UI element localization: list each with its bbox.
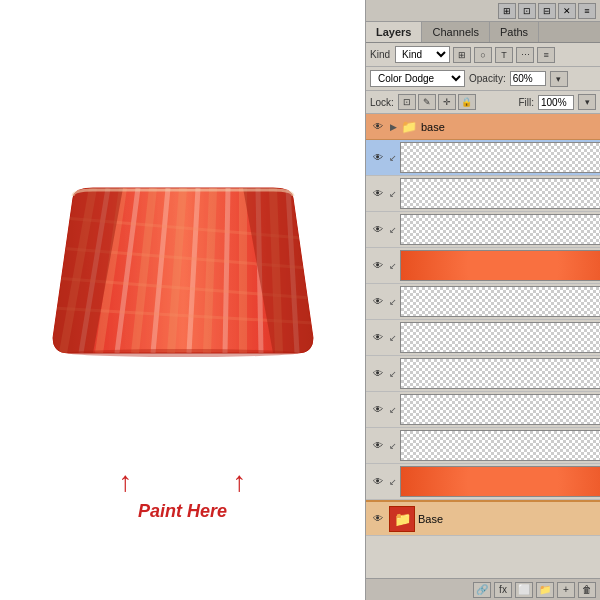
layer-row-cnt-spot[interactable]: 👁 ↙ cnt_spot [366, 428, 600, 464]
lock-fill-row: Lock: ⊡ ✎ ✛ 🔒 Fill: ▾ [366, 91, 600, 114]
layer-row-base-lgt[interactable]: 👁 ↙ base_lgt [366, 464, 600, 500]
layer-row-second-sub[interactable]: 👁 ↙ 🔗 second_sub [366, 320, 600, 356]
svg-point-18 [68, 349, 298, 357]
folder-icon-base: 📁 [401, 119, 417, 134]
new-group-btn[interactable]: 📁 [536, 582, 554, 598]
eye-second-sub[interactable]: 👁 [370, 331, 386, 345]
thumb-stripes [400, 358, 600, 389]
eye-stripes[interactable]: 👁 [370, 367, 386, 381]
thumb-base-folder: 📁 [389, 506, 415, 532]
layers-list: 👁 ▶ 📁 base 👁 ↙ border_hgl 👁 ↙ main_lgt 👁… [366, 114, 600, 578]
canvas-panel: ↑ ↑ Paint Here [0, 0, 365, 600]
tab-paths[interactable]: Paths [490, 22, 539, 42]
toolbar-icon-1[interactable]: ⊞ [498, 3, 516, 19]
thumb-sub-sub-dark [400, 214, 600, 245]
fill-label: Fill: [518, 97, 534, 108]
kind-select[interactable]: Kind [395, 46, 450, 63]
arrow-base-lgt: ↙ [389, 477, 397, 487]
arrow-sub-hlg: ↙ [389, 297, 397, 307]
opacity-label: Opacity: [469, 73, 506, 84]
kind-row: Kind Kind ⊞ ○ T ⋯ ≡ [366, 43, 600, 67]
paint-here-section: ↑ ↑ Paint Here [119, 468, 247, 522]
lock-pixels-btn[interactable]: ⊡ [398, 94, 416, 110]
kind-icon-4[interactable]: ⋯ [516, 47, 534, 63]
thumb-sub-hlg [400, 286, 600, 317]
kind-icon-3[interactable]: T [495, 47, 513, 63]
kind-icon-1[interactable]: ⊞ [453, 47, 471, 63]
lock-paint-btn[interactable]: ✎ [418, 94, 436, 110]
toolbar-icon-3[interactable]: ⊟ [538, 3, 556, 19]
eye-first-sub[interactable]: 👁 [370, 403, 386, 417]
eye-orange-glow[interactable]: 👁 [370, 259, 386, 273]
thumb-cnt-spot [400, 430, 600, 461]
eye-border-hgl[interactable]: 👁 [370, 151, 386, 165]
thumb-first-sub [400, 394, 600, 425]
toolbar-icon-2[interactable]: ⊡ [518, 3, 536, 19]
arrows-row: ↑ ↑ [119, 468, 247, 496]
arrow-orange-glow: ↙ [389, 261, 397, 271]
layer-name-base-folder: Base [418, 513, 596, 525]
layer-row-first-sub[interactable]: 👁 ↙ 🔗 first_Sub [366, 392, 600, 428]
eye-cnt-spot[interactable]: 👁 [370, 439, 386, 453]
group-header-base[interactable]: 👁 ▶ 📁 base [366, 114, 600, 140]
eye-sub-sub-dark[interactable]: 👁 [370, 223, 386, 237]
layers-bottom: 🔗 fx ⬜ 📁 + 🗑 [366, 578, 600, 600]
eye-main-lgt[interactable]: 👁 [370, 187, 386, 201]
layer-row-sub-sub-dark[interactable]: 👁 ↙ 🔗 sub_sub_dark [366, 212, 600, 248]
layer-row-orange-glow[interactable]: 👁 ↙ orange_glow [366, 248, 600, 284]
eye-sub-hlg[interactable]: 👁 [370, 295, 386, 309]
lock-icons: ⊡ ✎ ✛ 🔒 [398, 94, 476, 110]
add-mask-btn[interactable]: ⬜ [515, 582, 533, 598]
opacity-input[interactable] [510, 71, 546, 86]
tabs-row: Layers Channels Paths [366, 22, 600, 43]
arrow-border-hgl: ↙ [389, 153, 397, 163]
layer-row-base-folder[interactable]: 👁 📁 Base [366, 500, 600, 536]
lock-all-btn[interactable]: 🔒 [458, 94, 476, 110]
fill-arrow[interactable]: ▾ [578, 94, 596, 110]
kind-label: Kind [370, 49, 390, 60]
new-layer-btn[interactable]: + [557, 582, 575, 598]
blend-mode-select[interactable]: Color Dodge [370, 70, 465, 87]
arrow-up-left: ↑ [119, 468, 133, 496]
lock-move-btn[interactable]: ✛ [438, 94, 456, 110]
blend-row: Color Dodge Opacity: ▾ [366, 67, 600, 91]
add-style-btn[interactable]: fx [494, 582, 512, 598]
arrow-sub-sub-dark: ↙ [389, 225, 397, 235]
arrow-stripes: ↙ [389, 369, 397, 379]
thumb-second-sub [400, 322, 600, 353]
arrow-first-sub: ↙ [389, 405, 397, 415]
kind-icon-2[interactable]: ○ [474, 47, 492, 63]
kind-icon-5[interactable]: ≡ [537, 47, 555, 63]
layer-row-border-hgl[interactable]: 👁 ↙ border_hgl [366, 140, 600, 176]
thumb-orange-glow [400, 250, 600, 281]
eye-base-lgt[interactable]: 👁 [370, 475, 386, 489]
link-layers-btn[interactable]: 🔗 [473, 582, 491, 598]
layers-panel: ⊞ ⊡ ⊟ ✕ ≡ Layers Channels Paths Kind Kin… [365, 0, 600, 600]
paint-here-label: Paint Here [138, 501, 227, 522]
eye-base[interactable]: 👁 [370, 120, 386, 134]
opacity-arrow[interactable]: ▾ [550, 71, 568, 87]
thumb-base-lgt [400, 466, 600, 497]
tab-layers[interactable]: Layers [366, 22, 422, 42]
layer-row-main-lgt[interactable]: 👁 ↙ main_lgt [366, 176, 600, 212]
arrow-second-sub: ↙ [389, 333, 397, 343]
group-name-base: base [421, 121, 596, 133]
cupcake-illustration [43, 138, 323, 398]
delete-layer-btn[interactable]: 🗑 [578, 582, 596, 598]
arrow-main-lgt: ↙ [389, 189, 397, 199]
lock-label: Lock: [370, 97, 394, 108]
top-toolbar: ⊞ ⊡ ⊟ ✕ ≡ [366, 0, 600, 22]
tab-channels[interactable]: Channels [422, 22, 489, 42]
thumb-main-lgt [400, 178, 600, 209]
group-triangle-base: ▶ [390, 122, 397, 132]
svg-line-9 [225, 188, 228, 353]
thumb-border-hgl [400, 142, 600, 173]
toolbar-icon-5[interactable]: ≡ [578, 3, 596, 19]
fill-input[interactable] [538, 95, 574, 110]
eye-base-folder[interactable]: 👁 [370, 512, 386, 526]
canvas-area [13, 78, 353, 458]
layer-row-stripes[interactable]: 👁 ↙ 🔗 stripes [366, 356, 600, 392]
toolbar-icon-4[interactable]: ✕ [558, 3, 576, 19]
layer-row-sub-hlg[interactable]: 👁 ↙ 🔗 sub_hlg [366, 284, 600, 320]
arrow-up-right: ↑ [233, 468, 247, 496]
